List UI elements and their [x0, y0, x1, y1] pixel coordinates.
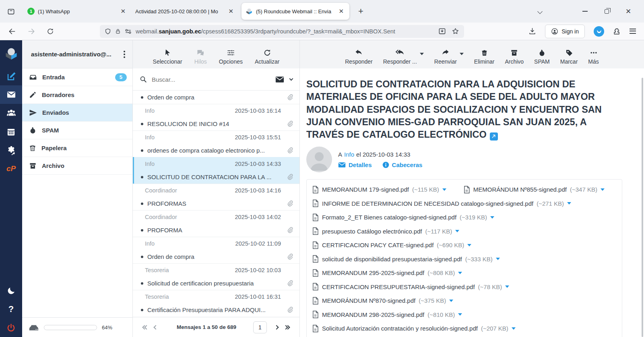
threads-button[interactable]: Hilos — [194, 49, 207, 65]
attachment-item[interactable]: MEMORANDUM 298-2025-signed.pdf(~810 KB) — [312, 308, 462, 322]
nav-contacts[interactable] — [0, 104, 22, 122]
account-menu-icon[interactable] — [124, 51, 125, 52]
attachment-menu-icon[interactable] — [496, 258, 500, 260]
recipient-link[interactable]: Info — [344, 151, 354, 158]
archive-button[interactable]: Archivo — [505, 49, 524, 65]
attachment-menu-icon[interactable] — [490, 216, 494, 219]
forward-icon[interactable] — [27, 27, 35, 35]
reply-button[interactable]: Responder — [345, 49, 373, 65]
shield-icon[interactable] — [105, 28, 111, 35]
list-all-tabs-icon[interactable] — [537, 9, 543, 14]
scrollbar[interactable] — [642, 78, 643, 337]
account-header[interactable]: asistente-administrativo@... — [22, 40, 132, 68]
attachment-menu-icon[interactable] — [458, 313, 462, 316]
folder-borradores[interactable]: Borradores — [22, 86, 132, 104]
sign-in-button[interactable]: Sign in — [545, 25, 585, 38]
attachment-menu-icon[interactable] — [455, 230, 459, 232]
restore-window-button[interactable] — [600, 5, 613, 17]
close-tab-icon[interactable]: ✕ — [119, 8, 127, 15]
nav-mail[interactable] — [0, 85, 22, 104]
extensions-icon[interactable] — [613, 27, 621, 35]
attachment-item[interactable]: INFORME DE DETERMINACION DE NECESIDAD ca… — [312, 196, 571, 211]
attachment-menu-icon[interactable] — [567, 202, 571, 205]
delete-button[interactable]: Eliminar — [474, 49, 495, 65]
attachment-item[interactable]: Solicitud Autorización contratación y re… — [312, 321, 516, 335]
downloads-icon[interactable] — [528, 27, 536, 35]
forward-dropdown-icon[interactable] — [460, 53, 464, 55]
message-row[interactable]: Coordinador2025-10-03 14:02 PROFORMA — [133, 210, 299, 237]
first-page-icon[interactable] — [143, 326, 147, 329]
reload-icon[interactable] — [47, 28, 54, 35]
close-window-button[interactable]: ✕ — [621, 5, 635, 17]
bookmark-star-icon[interactable] — [452, 27, 459, 35]
tab-actividad[interactable]: Actividad 2025-10-02 08:00:00 | Mo ✕ — [131, 3, 239, 20]
next-page-icon[interactable] — [276, 326, 278, 329]
message-row[interactable]: Coordinador2025-10-03 14:16 PROFORMAS — [133, 184, 299, 210]
last-page-icon[interactable] — [285, 326, 289, 329]
attachment-menu-icon[interactable] — [442, 188, 446, 191]
menu-icon[interactable] — [630, 29, 636, 34]
attachment-item[interactable]: Formato_2_ET Bienes catalogo-signed-sign… — [312, 210, 494, 224]
reply-all-dropdown-icon[interactable] — [420, 53, 424, 55]
nav-calendar[interactable] — [0, 122, 22, 141]
select-button[interactable]: Seleccionar — [153, 49, 182, 65]
attachment-item[interactable]: MEMORÁNDUM Nº855-signed.pdf(~347 KB) — [463, 182, 605, 196]
firefox-view-icon[interactable] — [4, 4, 18, 18]
nav-settings[interactable] — [0, 141, 22, 159]
help-icon[interactable]: ? — [0, 300, 22, 318]
tab-roundcube-active[interactable]: (5) Roundcube Webmail :: Envia ✕ — [242, 3, 349, 20]
firefox-account-icon[interactable] — [594, 26, 604, 37]
attachment-item[interactable]: CERTIFICACION PACY CATE-signed.pdf(~690 … — [312, 238, 471, 252]
url-text[interactable]: webmail.sanjuan.gob.ec/cpsess6168253395/… — [136, 28, 395, 35]
new-tab-button[interactable]: + — [352, 6, 370, 17]
attachment-item[interactable]: CERTIFICACION PRESUPUESTARIA-signed-sign… — [312, 280, 509, 294]
details-link[interactable]: Detalles — [338, 161, 372, 168]
page-number-input[interactable]: 1 — [253, 321, 267, 333]
dark-mode-icon[interactable] — [0, 281, 22, 300]
lock-icon[interactable] — [115, 28, 121, 35]
attachment-menu-icon[interactable] — [467, 244, 471, 246]
attachment-menu-icon[interactable] — [449, 300, 453, 302]
spam-button[interactable]: SPAM — [534, 49, 550, 65]
url-bar[interactable]: webmail.sanjuan.gob.ec/cpsess6168253395/… — [100, 25, 464, 38]
logout-icon[interactable] — [0, 318, 22, 337]
attachment-item[interactable]: solicitud de disponibilidad presupuestar… — [312, 252, 500, 266]
attachment-menu-icon[interactable] — [458, 272, 462, 274]
attachment-item[interactable]: MEMORANDUM 295-2025-signed.pdf(~808 KB) — [312, 266, 462, 280]
close-tab-icon[interactable]: ✕ — [227, 8, 235, 15]
tab-whatsapp[interactable]: 1 (1) WhatsApp ✕ — [23, 3, 131, 20]
forward-button[interactable]: Reenviar — [434, 49, 457, 65]
message-row-partial[interactable]: Orden de compra — [133, 91, 299, 104]
options-button[interactable]: Opciones — [219, 49, 243, 65]
message-row[interactable]: Tesoreria2025-10-02 10:03 Solicitud de c… — [133, 263, 299, 290]
external-link-icon[interactable] — [490, 132, 498, 141]
reply-all-button[interactable]: Responder ... — [383, 49, 417, 65]
attachment-menu-icon[interactable] — [601, 188, 605, 191]
search-scope-mail-icon[interactable] — [275, 76, 284, 83]
message-row[interactable]: Info2025-10-03 16:14 RESOLUCION DE INICI… — [133, 104, 299, 130]
folder-entrada[interactable]: Entrada 5 — [22, 68, 132, 86]
prev-page-icon[interactable] — [154, 326, 156, 329]
search-options-chevron-icon[interactable] — [289, 77, 293, 81]
attachment-item[interactable]: presupuesto Catálogo electrónico.pdf(~11… — [312, 224, 459, 238]
nav-cpanel[interactable]: cP — [0, 159, 22, 178]
folder-papelera[interactable]: Papelera — [22, 139, 132, 157]
back-icon[interactable] — [8, 27, 16, 35]
attachment-item[interactable]: MEMORANDUM 179-signed.pdf(~115 KB) — [312, 182, 446, 196]
folder-spam[interactable]: SPAM — [22, 122, 132, 139]
close-tab-icon[interactable]: ✕ — [337, 8, 345, 15]
folder-enviados[interactable]: Enviados — [22, 104, 132, 122]
search-bar[interactable] — [133, 68, 299, 91]
compose-button[interactable] — [0, 67, 22, 85]
message-row[interactable]: Info2025-10-02 11:09 Orden de compra — [133, 237, 299, 263]
message-row[interactable]: Tesoreria2025-10-01 16:31 Certificación … — [133, 290, 299, 316]
headers-link[interactable]: Cabeceras — [382, 161, 423, 168]
permissions-icon[interactable] — [125, 29, 132, 34]
more-button[interactable]: Más — [588, 49, 599, 65]
attachment-menu-icon[interactable] — [505, 285, 509, 288]
search-input[interactable] — [152, 76, 270, 83]
message-row-selected[interactable]: Info2025-10-03 14:33 SOLICITUD DE CONTRA… — [133, 157, 299, 184]
minimize-button[interactable] — [578, 5, 592, 17]
attachment-item[interactable]: MEMORÁNDUM Nº870-signed.pdf(~375 KB) — [312, 294, 453, 308]
attachment-menu-icon[interactable] — [512, 327, 516, 330]
